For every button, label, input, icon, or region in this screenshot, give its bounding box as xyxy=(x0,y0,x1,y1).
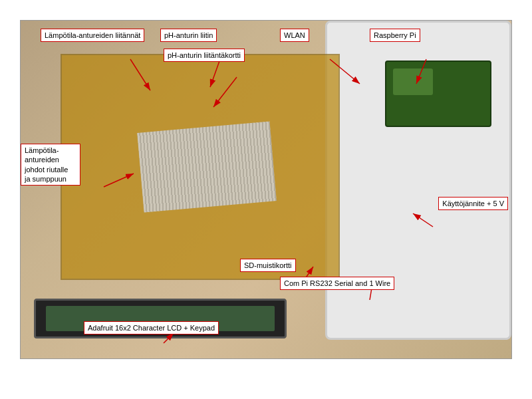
label-lampotila-liitannat: Lämpötila-antureiden liitännät xyxy=(41,29,144,42)
ribbon-cable xyxy=(137,122,277,213)
label-sd-muistikortti: SD-muistikortti xyxy=(240,259,296,272)
main-container: Lämpötila-antureiden liitännät pH-anturi… xyxy=(0,0,532,399)
label-lampotila-johdot: Lämpötila- antureiden johdot riutalle ja… xyxy=(21,144,80,186)
label-adafruit-lcd: Adafruit 16x2 Character LCD + Keypad xyxy=(84,321,219,334)
photo-area: Lämpötila-antureiden liitännät pH-anturi… xyxy=(20,20,512,359)
label-ph-liitantakortti: pH-anturin liitäntäkortti xyxy=(164,49,245,62)
label-wlan: WLAN xyxy=(280,29,309,42)
rpi-board xyxy=(385,61,491,127)
label-kayttojannite: Käyttöjännite + 5 V xyxy=(438,197,508,210)
label-raspberry-pi: Raspberry Pi xyxy=(370,29,420,42)
label-ph-liitin: pH-anturin liitin xyxy=(160,29,217,42)
label-com-pi: Com Pi RS232 Serial and 1 Wire xyxy=(280,277,394,290)
